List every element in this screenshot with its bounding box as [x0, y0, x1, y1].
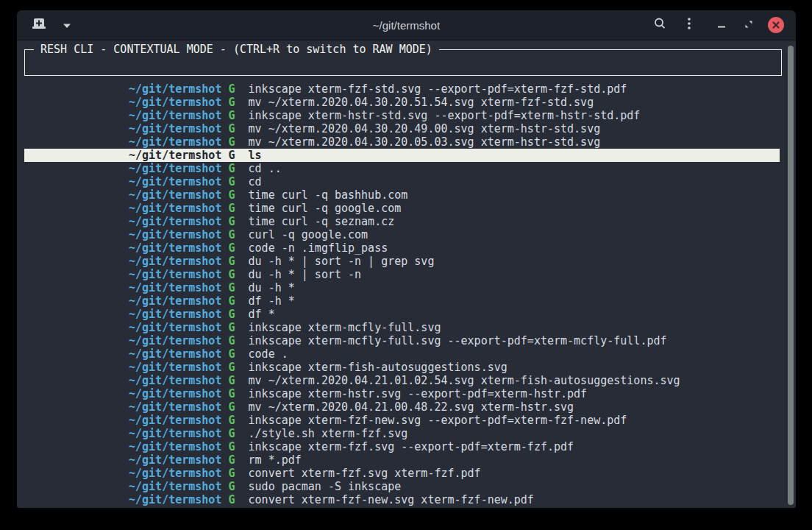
prompt-path: ~/git/termshot: [129, 122, 221, 135]
history-row[interactable]: ~/git/termshot G du -h *: [24, 281, 780, 294]
command-text: cd ..: [249, 162, 282, 175]
prompt-path: ~/git/termshot: [129, 255, 221, 268]
history-row[interactable]: ~/git/termshot G inkscape xterm-fzf-std.…: [24, 82, 780, 96]
prompt-path: ~/git/termshot: [129, 228, 221, 241]
command-text: inkscape xterm-fzf.svg --export-pdf=xter…: [249, 440, 574, 453]
git-indicator: G: [221, 255, 248, 268]
prompt-path: ~/git/termshot: [129, 440, 221, 453]
history-row[interactable]: ~/git/termshot G mv ~/xterm.2020.04.30.2…: [24, 96, 780, 109]
prompt-path: ~/git/termshot: [129, 308, 221, 321]
command-text: inkscape xterm-mcfly-full.svg: [249, 321, 441, 334]
git-indicator: G: [221, 96, 248, 109]
command-text: df -h *: [249, 294, 295, 308]
kebab-menu-icon: [687, 17, 691, 33]
git-indicator: G: [221, 414, 248, 427]
history-row[interactable]: ~/git/termshot G time curl -q bashhub.co…: [24, 188, 780, 202]
tab-switcher-button[interactable]: [58, 16, 76, 34]
history-row[interactable]: ~/git/termshot G cd: [24, 175, 780, 188]
history-row[interactable]: ~/git/termshot G du -h * | sort -n | gre…: [24, 255, 780, 268]
history-row[interactable]: ~/git/termshot G inkscape xterm-fish-aut…: [24, 361, 780, 374]
history-row[interactable]: ~/git/termshot G inkscape xterm-mcfly-fu…: [24, 334, 780, 347]
history-row[interactable]: ~/git/termshot G convert xterm-fzf.svg x…: [24, 467, 780, 480]
history-row[interactable]: ~/git/termshot G curl -q google.com: [24, 228, 780, 241]
restore-button[interactable]: [740, 16, 758, 34]
history-row[interactable]: ~/git/termshot G mv ~/xterm.2020.04.21.0…: [24, 374, 780, 387]
prompt-path: ~/git/termshot: [129, 414, 221, 427]
history-row[interactable]: ~/git/termshot G code -n .imgflip_pass: [24, 241, 780, 255]
history-row[interactable]: ~/git/termshot G convert xterm-fzf-new.s…: [24, 493, 780, 506]
prompt-path: ~/git/termshot: [129, 162, 221, 175]
prompt-path: ~/git/termshot: [129, 241, 221, 255]
minimize-icon: [717, 18, 726, 32]
history-row[interactable]: ~/git/termshot G du -h * | sort -n: [24, 268, 780, 281]
history-row[interactable]: ~/git/termshot G rm *.pdf: [24, 453, 780, 467]
git-indicator: G: [221, 400, 248, 414]
titlebar-right-controls: [651, 16, 796, 34]
prompt-path: ~/git/termshot: [129, 149, 221, 162]
command-text: inkscape xterm-fzf-std.svg --export-pdf=…: [249, 82, 627, 96]
history-row[interactable]: ~/git/termshot G df *: [24, 308, 780, 321]
history-row[interactable]: ~/git/termshot G inkscape xterm-hstr-std…: [24, 109, 780, 122]
command-text: mv ~/xterm.2020.04.30.20.49.00.svg xterm…: [249, 122, 601, 135]
command-text: du -h *: [249, 281, 295, 294]
prompt-path: ~/git/termshot: [129, 96, 221, 109]
history-row[interactable]: ~/git/termshot G ./style.sh xterm-fzf.sv…: [24, 427, 780, 440]
git-indicator: G: [221, 467, 248, 480]
history-list: ~/git/termshot G inkscape xterm-fzf-std.…: [24, 82, 780, 506]
menu-button[interactable]: [680, 16, 698, 34]
scrollbar-thumb[interactable]: [788, 46, 794, 505]
resh-search-input-box[interactable]: RESH CLI - CONTEXTUAL MODE - (CTRL+R to …: [24, 49, 782, 76]
prompt-path: ~/git/termshot: [129, 347, 221, 361]
git-indicator: G: [221, 122, 248, 135]
command-text: convert xterm-fzf-new.svg xterm-fzf-new.…: [249, 493, 534, 506]
prompt-path: ~/git/termshot: [129, 361, 221, 374]
history-row[interactable]: ~/git/termshot G sudo pacman -S inkscape: [24, 480, 780, 493]
command-text: mv ~/xterm.2020.04.21.01.02.54.svg xterm…: [249, 374, 680, 387]
prompt-path: ~/git/termshot: [129, 202, 221, 215]
history-row[interactable]: ~/git/termshot G inkscape xterm-fzf-new.…: [24, 414, 780, 427]
prompt-path: ~/git/termshot: [129, 281, 221, 294]
git-indicator: G: [221, 268, 248, 281]
command-text: mv ~/xterm.2020.04.30.20.51.54.svg xterm…: [249, 96, 594, 109]
command-text: du -h * | sort -n | grep svg: [249, 255, 435, 268]
prompt-path: ~/git/termshot: [129, 400, 221, 414]
history-row[interactable]: ~/git/termshot G df -h *: [24, 294, 780, 308]
prompt-path: ~/git/termshot: [129, 493, 221, 506]
history-row[interactable]: ~/git/termshot G time curl -q seznam.cz: [24, 215, 780, 228]
close-button[interactable]: [767, 16, 785, 34]
command-text: curl -q google.com: [249, 228, 368, 241]
history-row[interactable]: ~/git/termshot G inkscape xterm-hstr.svg…: [24, 387, 780, 400]
git-indicator: G: [221, 135, 248, 149]
git-indicator: G: [221, 228, 248, 241]
command-text: du -h * | sort -n: [249, 268, 362, 281]
command-text: mv ~/xterm.2020.04.21.00.48.22.svg xterm…: [249, 400, 574, 414]
command-text: code -n .imgflip_pass: [249, 241, 388, 255]
history-row[interactable]: ~/git/termshot G cd ..: [24, 162, 780, 175]
git-indicator: G: [221, 162, 248, 175]
restore-window-icon: [744, 18, 753, 32]
git-indicator: G: [221, 215, 248, 228]
terminal-window: ~/git/termshot: [17, 10, 796, 508]
prompt-path: ~/git/termshot: [129, 467, 221, 480]
history-row[interactable]: ~/git/termshot G mv ~/xterm.2020.04.21.0…: [24, 400, 780, 414]
command-text: time curl -q seznam.cz: [249, 215, 395, 228]
titlebar: ~/git/termshot: [17, 10, 796, 40]
new-tab-button[interactable]: [30, 16, 48, 34]
search-button[interactable]: [651, 16, 669, 34]
history-row[interactable]: ~/git/termshot G mv ~/xterm.2020.04.30.2…: [24, 122, 780, 135]
history-row[interactable]: ~/git/termshot G code .: [24, 347, 780, 361]
close-icon: [768, 17, 784, 33]
git-indicator: G: [221, 149, 248, 162]
history-row[interactable]: ~/git/termshot G inkscape xterm-mcfly-fu…: [24, 321, 780, 334]
terminal-content: RESH CLI - CONTEXTUAL MODE - (CTRL+R to …: [17, 40, 796, 507]
history-row[interactable]: ~/git/termshot G mv ~/xterm.2020.04.30.2…: [24, 135, 780, 149]
git-indicator: G: [221, 321, 248, 334]
history-row[interactable]: ~/git/termshot G ls: [24, 149, 780, 162]
command-text: rm *.pdf: [249, 453, 302, 467]
history-row[interactable]: ~/git/termshot G inkscape xterm-fzf.svg …: [24, 440, 780, 453]
history-row[interactable]: ~/git/termshot G time curl -q google.com: [24, 202, 780, 215]
prompt-path: ~/git/termshot: [129, 268, 221, 281]
minimize-button[interactable]: [713, 16, 730, 34]
git-indicator: G: [221, 440, 248, 453]
prompt-path: ~/git/termshot: [129, 175, 221, 188]
